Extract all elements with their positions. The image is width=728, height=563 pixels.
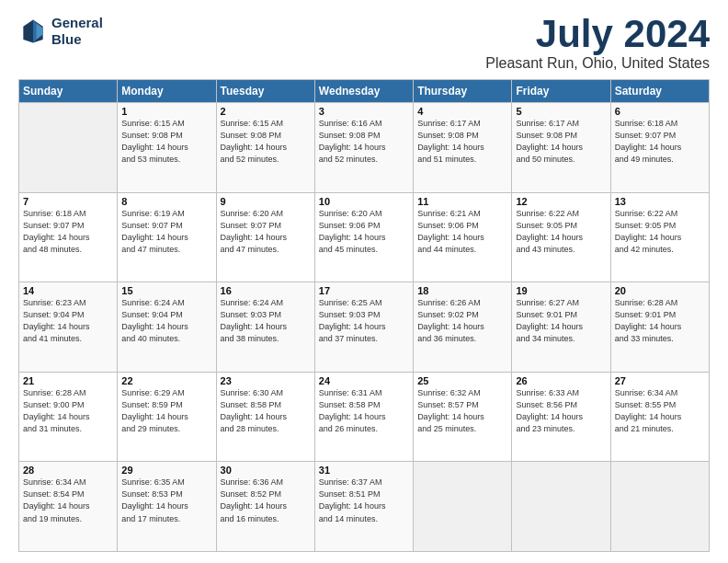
calendar-cell: 21 Sunrise: 6:28 AMSunset: 9:00 PMDaylig… bbox=[19, 372, 118, 462]
calendar-cell: 24 Sunrise: 6:31 AMSunset: 8:58 PMDaylig… bbox=[314, 372, 413, 462]
day-of-week-header: Monday bbox=[118, 80, 216, 103]
calendar-cell: 26 Sunrise: 6:33 AMSunset: 8:56 PMDaylig… bbox=[512, 372, 610, 462]
day-of-week-header: Saturday bbox=[610, 80, 709, 103]
day-number: 6 bbox=[615, 106, 705, 117]
day-info: Sunrise: 6:30 AMSunset: 8:58 PMDaylight:… bbox=[221, 387, 311, 435]
day-info: Sunrise: 6:16 AMSunset: 9:08 PMDaylight:… bbox=[319, 118, 409, 166]
calendar-cell: 9 Sunrise: 6:20 AMSunset: 9:07 PMDayligh… bbox=[216, 192, 314, 282]
day-number: 18 bbox=[417, 285, 507, 296]
day-number: 16 bbox=[221, 285, 311, 296]
day-of-week-header: Tuesday bbox=[216, 80, 314, 103]
day-number: 22 bbox=[121, 375, 211, 386]
title-area: July 2024 Pleasant Run, Ohio, United Sta… bbox=[485, 15, 710, 72]
calendar-cell: 11 Sunrise: 6:21 AMSunset: 9:06 PMDaylig… bbox=[414, 192, 512, 282]
calendar-cell: 27 Sunrise: 6:34 AMSunset: 8:55 PMDaylig… bbox=[610, 372, 709, 462]
calendar-week-row: 28 Sunrise: 6:34 AMSunset: 8:54 PMDaylig… bbox=[19, 462, 710, 552]
day-info: Sunrise: 6:22 AMSunset: 9:05 PMDaylight:… bbox=[615, 208, 705, 256]
calendar-cell: 3 Sunrise: 6:16 AMSunset: 9:08 PMDayligh… bbox=[314, 103, 413, 193]
day-info: Sunrise: 6:17 AMSunset: 9:08 PMDaylight:… bbox=[417, 118, 507, 166]
logo-icon bbox=[18, 17, 48, 46]
day-number: 24 bbox=[319, 375, 409, 386]
day-info: Sunrise: 6:25 AMSunset: 9:03 PMDaylight:… bbox=[319, 297, 409, 345]
calendar-cell: 2 Sunrise: 6:15 AMSunset: 9:08 PMDayligh… bbox=[216, 103, 314, 193]
day-info: Sunrise: 6:34 AMSunset: 8:54 PMDaylight:… bbox=[23, 477, 113, 524]
day-info: Sunrise: 6:20 AMSunset: 9:07 PMDaylight:… bbox=[221, 208, 311, 256]
day-number: 29 bbox=[121, 465, 211, 476]
day-info: Sunrise: 6:36 AMSunset: 8:52 PMDaylight:… bbox=[221, 477, 311, 524]
day-number: 11 bbox=[417, 196, 507, 207]
day-of-week-header: Thursday bbox=[414, 80, 512, 103]
day-number: 2 bbox=[221, 106, 311, 117]
day-info: Sunrise: 6:26 AMSunset: 9:02 PMDaylight:… bbox=[417, 297, 507, 345]
calendar-cell: 19 Sunrise: 6:27 AMSunset: 9:01 PMDaylig… bbox=[512, 282, 610, 373]
day-number: 7 bbox=[23, 196, 113, 207]
calendar-cell: 25 Sunrise: 6:32 AMSunset: 8:57 PMDaylig… bbox=[414, 372, 512, 462]
location: Pleasant Run, Ohio, United States bbox=[485, 55, 710, 72]
calendar-cell: 5 Sunrise: 6:17 AMSunset: 9:08 PMDayligh… bbox=[512, 103, 610, 193]
calendar-week-row: 7 Sunrise: 6:18 AMSunset: 9:07 PMDayligh… bbox=[19, 192, 710, 282]
day-number: 20 bbox=[615, 285, 705, 296]
day-info: Sunrise: 6:24 AMSunset: 9:03 PMDaylight:… bbox=[221, 297, 311, 345]
calendar-cell: 15 Sunrise: 6:24 AMSunset: 9:04 PMDaylig… bbox=[118, 282, 216, 373]
day-number: 25 bbox=[417, 375, 507, 386]
day-of-week-header: Friday bbox=[512, 80, 610, 103]
day-info: Sunrise: 6:29 AMSunset: 8:59 PMDaylight:… bbox=[121, 387, 211, 435]
day-info: Sunrise: 6:35 AMSunset: 8:53 PMDaylight:… bbox=[121, 477, 211, 524]
calendar-cell: 18 Sunrise: 6:26 AMSunset: 9:02 PMDaylig… bbox=[414, 282, 512, 373]
day-number: 4 bbox=[417, 106, 507, 117]
day-info: Sunrise: 6:23 AMSunset: 9:04 PMDaylight:… bbox=[23, 297, 113, 345]
day-info: Sunrise: 6:17 AMSunset: 9:08 PMDaylight:… bbox=[516, 118, 606, 166]
day-number: 5 bbox=[516, 106, 606, 117]
day-number: 13 bbox=[615, 196, 705, 207]
day-number: 10 bbox=[319, 196, 409, 207]
calendar-cell: 23 Sunrise: 6:30 AMSunset: 8:58 PMDaylig… bbox=[216, 372, 314, 462]
calendar-header-row: SundayMondayTuesdayWednesdayThursdayFrid… bbox=[19, 80, 710, 103]
day-info: Sunrise: 6:19 AMSunset: 9:07 PMDaylight:… bbox=[121, 208, 211, 256]
day-number: 28 bbox=[23, 465, 113, 476]
day-info: Sunrise: 6:24 AMSunset: 9:04 PMDaylight:… bbox=[121, 297, 211, 345]
logo-text: General Blue bbox=[51, 15, 103, 48]
header: General Blue July 2024 Pleasant Run, Ohi… bbox=[18, 15, 710, 72]
day-number: 8 bbox=[121, 196, 211, 207]
day-info: Sunrise: 6:21 AMSunset: 9:06 PMDaylight:… bbox=[417, 208, 507, 256]
day-number: 17 bbox=[319, 285, 409, 296]
calendar-cell: 4 Sunrise: 6:17 AMSunset: 9:08 PMDayligh… bbox=[414, 103, 512, 193]
calendar-cell: 14 Sunrise: 6:23 AMSunset: 9:04 PMDaylig… bbox=[19, 282, 118, 373]
day-number: 27 bbox=[615, 375, 705, 386]
calendar-cell: 6 Sunrise: 6:18 AMSunset: 9:07 PMDayligh… bbox=[610, 103, 709, 193]
logo: General Blue bbox=[18, 15, 103, 48]
calendar: SundayMondayTuesdayWednesdayThursdayFrid… bbox=[18, 79, 710, 552]
day-number: 21 bbox=[23, 375, 113, 386]
day-info: Sunrise: 6:22 AMSunset: 9:05 PMDaylight:… bbox=[516, 208, 606, 256]
day-number: 3 bbox=[319, 106, 409, 117]
day-number: 14 bbox=[23, 285, 113, 296]
calendar-cell: 16 Sunrise: 6:24 AMSunset: 9:03 PMDaylig… bbox=[216, 282, 314, 373]
day-number: 1 bbox=[121, 106, 211, 117]
day-number: 31 bbox=[319, 465, 409, 476]
calendar-cell: 10 Sunrise: 6:20 AMSunset: 9:06 PMDaylig… bbox=[314, 192, 413, 282]
calendar-cell: 29 Sunrise: 6:35 AMSunset: 8:53 PMDaylig… bbox=[118, 462, 216, 552]
day-info: Sunrise: 6:31 AMSunset: 8:58 PMDaylight:… bbox=[319, 387, 409, 435]
calendar-cell: 1 Sunrise: 6:15 AMSunset: 9:08 PMDayligh… bbox=[118, 103, 216, 193]
calendar-cell: 22 Sunrise: 6:29 AMSunset: 8:59 PMDaylig… bbox=[118, 372, 216, 462]
calendar-week-row: 1 Sunrise: 6:15 AMSunset: 9:08 PMDayligh… bbox=[19, 103, 710, 193]
day-number: 23 bbox=[221, 375, 311, 386]
day-info: Sunrise: 6:37 AMSunset: 8:51 PMDaylight:… bbox=[319, 477, 409, 524]
calendar-cell: 12 Sunrise: 6:22 AMSunset: 9:05 PMDaylig… bbox=[512, 192, 610, 282]
day-info: Sunrise: 6:18 AMSunset: 9:07 PMDaylight:… bbox=[615, 118, 705, 166]
month-title: July 2024 bbox=[485, 15, 710, 53]
calendar-cell bbox=[414, 462, 512, 552]
calendar-cell: 13 Sunrise: 6:22 AMSunset: 9:05 PMDaylig… bbox=[610, 192, 709, 282]
day-info: Sunrise: 6:34 AMSunset: 8:55 PMDaylight:… bbox=[615, 387, 705, 435]
day-info: Sunrise: 6:28 AMSunset: 9:00 PMDaylight:… bbox=[23, 387, 113, 435]
day-info: Sunrise: 6:15 AMSunset: 9:08 PMDaylight:… bbox=[221, 118, 311, 166]
day-info: Sunrise: 6:18 AMSunset: 9:07 PMDaylight:… bbox=[23, 208, 113, 256]
calendar-cell: 28 Sunrise: 6:34 AMSunset: 8:54 PMDaylig… bbox=[19, 462, 118, 552]
day-number: 15 bbox=[121, 285, 211, 296]
day-info: Sunrise: 6:15 AMSunset: 9:08 PMDaylight:… bbox=[121, 118, 211, 166]
calendar-cell: 31 Sunrise: 6:37 AMSunset: 8:51 PMDaylig… bbox=[314, 462, 413, 552]
day-info: Sunrise: 6:20 AMSunset: 9:06 PMDaylight:… bbox=[319, 208, 409, 256]
calendar-week-row: 21 Sunrise: 6:28 AMSunset: 9:00 PMDaylig… bbox=[19, 372, 710, 462]
calendar-cell: 7 Sunrise: 6:18 AMSunset: 9:07 PMDayligh… bbox=[19, 192, 118, 282]
day-number: 19 bbox=[516, 285, 606, 296]
